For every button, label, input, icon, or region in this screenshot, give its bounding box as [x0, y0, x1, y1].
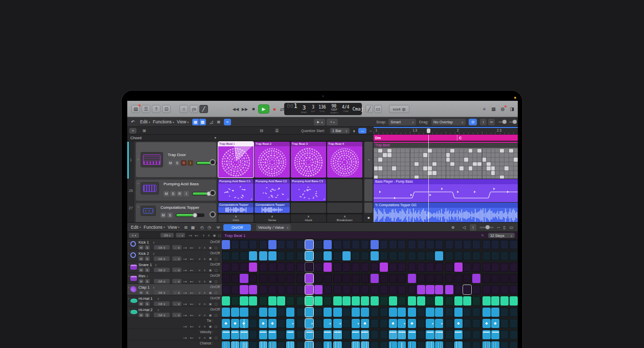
- loop-cell[interactable]: Computations Topper: [255, 203, 290, 213]
- step-cell[interactable]: [408, 330, 416, 339]
- row-up-icon[interactable]: ∧: [202, 290, 208, 295]
- row-sq1-icon[interactable]: ▣: [208, 279, 213, 284]
- step-cell[interactable]: [380, 330, 388, 339]
- step-cell[interactable]: [352, 296, 360, 306]
- row-division[interactable]: /16 ∨: [154, 301, 170, 306]
- step-cell[interactable]: [314, 263, 323, 272]
- row-sq2-icon[interactable]: ▢: [213, 279, 219, 284]
- step-cell[interactable]: ▸: [324, 319, 332, 328]
- step-cell[interactable]: [231, 308, 239, 317]
- row-solo-button[interactable]: S: [145, 268, 150, 272]
- row-division[interactable]: /16 ∨: [154, 268, 170, 272]
- step-cell[interactable]: [380, 341, 388, 348]
- step-cell[interactable]: [454, 285, 463, 294]
- scene-trigger-intro[interactable]: ∧Intro: [218, 214, 254, 222]
- region-audio[interactable]: ↻ Computations Topper GG: [374, 203, 518, 222]
- step-cell[interactable]: [296, 240, 305, 249]
- step-cell[interactable]: [426, 251, 434, 260]
- step-cell[interactable]: [222, 341, 230, 348]
- playhead-handle[interactable]: [427, 128, 430, 133]
- box-tool-icon[interactable]: ▭: [374, 105, 382, 113]
- loop-cell[interactable]: Trap Beat 2: [255, 142, 290, 178]
- step-cell[interactable]: [324, 341, 332, 348]
- row-header-hi-hat-1[interactable]: ›Hi-Hat 1⇕On/OffMS/16 ∨→ ∨+◂▸+∨∧▣▢: [127, 295, 222, 307]
- step-cell[interactable]: [259, 240, 267, 249]
- region-pattern[interactable]: Trap Beat: [374, 142, 518, 179]
- step-cell[interactable]: [482, 341, 491, 348]
- step-cell[interactable]: [296, 251, 305, 260]
- row-insert-left-icon[interactable]: +◂: [182, 290, 188, 295]
- step-cell[interactable]: [342, 319, 351, 328]
- pan-knob[interactable]: [210, 190, 216, 196]
- step-cell[interactable]: [277, 263, 285, 272]
- step-cell[interactable]: [482, 319, 491, 328]
- step-cell[interactable]: [333, 341, 341, 348]
- step-cell[interactable]: [491, 263, 499, 272]
- lane-sq1-icon[interactable]: ▣: [208, 335, 213, 340]
- step-cell[interactable]: [426, 285, 434, 294]
- row-up-icon[interactable]: ∧: [202, 313, 208, 317]
- step-cell[interactable]: [510, 285, 518, 294]
- row-sq1-icon[interactable]: ▣: [208, 256, 213, 261]
- step-cell[interactable]: [417, 274, 425, 283]
- step-cell[interactable]: [389, 308, 397, 317]
- window-large-icon[interactable]: ▭: [508, 224, 515, 231]
- step-cell[interactable]: [249, 308, 257, 317]
- step-cell[interactable]: [426, 274, 434, 283]
- step-cell[interactable]: [342, 251, 351, 260]
- step-cell[interactable]: [222, 240, 230, 249]
- step-cell[interactable]: [296, 341, 305, 348]
- ss-copy-icon[interactable]: ⊞: [182, 224, 189, 231]
- step-cell[interactable]: [222, 296, 230, 306]
- step-cell[interactable]: [389, 285, 397, 294]
- step-cell[interactable]: [463, 274, 471, 283]
- step-cell[interactable]: [380, 285, 388, 294]
- step-cell[interactable]: [222, 274, 230, 283]
- row-insert-left-icon[interactable]: +◂: [182, 256, 188, 261]
- step-cell[interactable]: [342, 274, 351, 283]
- row-sq1-icon[interactable]: ▣: [208, 301, 213, 306]
- step-cell[interactable]: [472, 296, 480, 306]
- row-playmode[interactable]: → ∨: [172, 279, 181, 284]
- step-cell[interactable]: [389, 274, 397, 283]
- step-cell[interactable]: [472, 341, 480, 348]
- loop-cell[interactable]: Pumping Acid Bass C2↗: [255, 179, 290, 201]
- step-cell[interactable]: [482, 285, 491, 294]
- step-cell[interactable]: [222, 251, 230, 260]
- step-cell[interactable]: [268, 308, 277, 317]
- ss-zoom-slider[interactable]: [479, 227, 494, 228]
- step-cell[interactable]: [482, 330, 491, 339]
- step-cell[interactable]: [463, 285, 471, 294]
- step-cell[interactable]: [305, 330, 313, 339]
- step-cell[interactable]: [259, 308, 267, 317]
- step-cell[interactable]: [445, 308, 453, 317]
- lane-up-icon[interactable]: ∧: [202, 324, 208, 329]
- step-cell[interactable]: [324, 251, 332, 260]
- step-cell[interactable]: [417, 308, 425, 317]
- step-cell[interactable]: [491, 285, 499, 294]
- step-cell[interactable]: [277, 240, 285, 249]
- row-sq2-icon[interactable]: ▢: [213, 245, 219, 250]
- step-cell[interactable]: [398, 263, 406, 272]
- ss-menu-view[interactable]: View▾: [168, 223, 179, 231]
- step-cell[interactable]: [454, 251, 463, 260]
- step-cell[interactable]: [240, 330, 248, 339]
- step-cell[interactable]: [342, 296, 351, 306]
- step-cell[interactable]: [380, 308, 388, 317]
- step-cell[interactable]: [333, 251, 341, 260]
- loop-cell[interactable]: Pumping Acid Bass C3↗: [291, 179, 326, 201]
- step-cell[interactable]: [240, 341, 248, 348]
- step-cell[interactable]: [371, 274, 379, 283]
- step-cell[interactable]: [286, 308, 294, 317]
- step-cell[interactable]: [333, 240, 341, 249]
- row-disclosure-icon[interactable]: ›: [128, 252, 129, 255]
- step-cell[interactable]: [361, 240, 369, 249]
- scene-trigger-hook[interactable]: ∧Hook: [291, 214, 326, 222]
- step-cell[interactable]: [286, 330, 294, 339]
- row-solo-button[interactable]: S: [145, 279, 150, 284]
- step-cell[interactable]: [268, 240, 277, 249]
- region-midi[interactable]: Bass Player - Pump Bass: [374, 179, 518, 202]
- step-cell[interactable]: [342, 330, 351, 339]
- step-cell[interactable]: [445, 319, 453, 328]
- step-cell[interactable]: [426, 308, 434, 317]
